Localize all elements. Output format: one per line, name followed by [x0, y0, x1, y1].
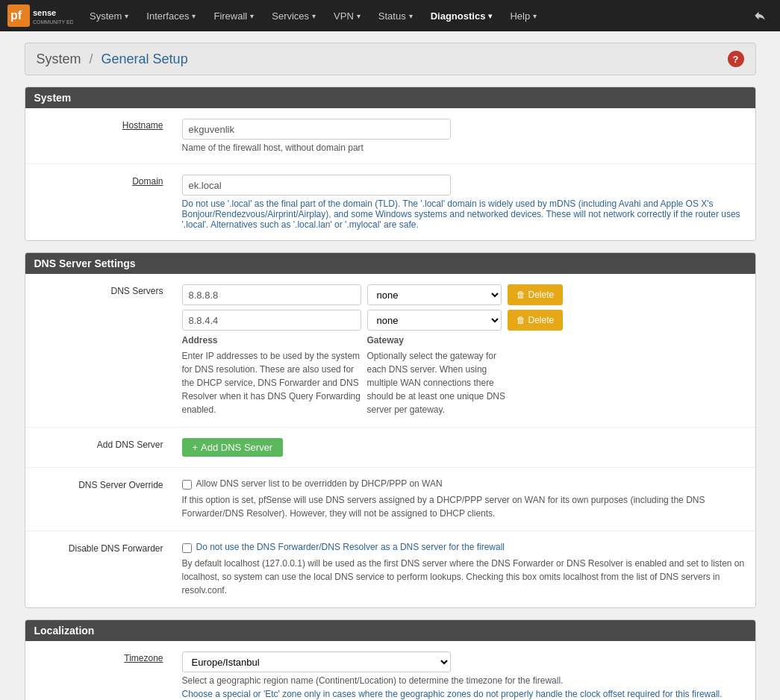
- timezone-help1: Select a geographic region name (Contine…: [182, 675, 748, 686]
- dns2-gateway-select[interactable]: none: [367, 310, 502, 331]
- timezone-content: Europe/Istanbul Select a geographic regi…: [175, 649, 755, 700]
- disable-dns-row: Disable DNS Forwarder Do not use the DNS…: [25, 531, 755, 607]
- timezone-row: Timezone Europe/Istanbul Select a geogra…: [25, 641, 755, 700]
- breadcrumb-page: General Setup: [102, 51, 188, 66]
- gateway-help: Optionally select the gateway for each D…: [367, 349, 509, 416]
- hostname-content: Name of the firewall host, without domai…: [175, 116, 755, 156]
- disable-dns-checkbox-label: Do not use the DNS Forwarder/DNS Resolve…: [196, 542, 505, 552]
- page-content: System / General Setup ? System Hostname…: [17, 43, 764, 700]
- domain-label-col: Domain: [25, 172, 175, 233]
- disable-dns-label: Disable DNS Forwarder: [69, 543, 163, 554]
- chevron-down-icon: ▾: [250, 12, 254, 20]
- domain-row: Domain Do not use '.local' as the final …: [25, 164, 755, 240]
- system-section-header: System: [25, 87, 755, 108]
- chevron-down-icon: ▾: [533, 12, 537, 20]
- plus-icon: +: [193, 442, 199, 453]
- timezone-label[interactable]: Timezone: [124, 653, 163, 663]
- trash-icon: 🗑: [517, 315, 525, 325]
- dns-override-checkbox-row: Allow DNS server list to be overridden b…: [182, 478, 748, 490]
- chevron-down-icon: ▾: [192, 12, 196, 20]
- hostname-row: Hostname Name of the firewall host, with…: [25, 108, 755, 164]
- add-dns-content: + Add DNS Server: [175, 435, 755, 460]
- domain-content: Do not use '.local' as the final part of…: [175, 172, 755, 233]
- nav-diagnostics[interactable]: Diagnostics ▾: [422, 0, 502, 31]
- dns-override-checkbox[interactable]: [182, 480, 192, 490]
- gateway-col-header: Gateway: [367, 335, 509, 346]
- breadcrumb-separator: /: [90, 51, 93, 66]
- svg-text:sense: sense: [33, 8, 56, 17]
- dns1-address-input[interactable]: [182, 284, 361, 305]
- nav-help[interactable]: Help ▾: [501, 0, 546, 31]
- address-help: Enter IP addresses to be used by the sys…: [182, 349, 361, 416]
- dns-override-content: Allow DNS server list to be overridden b…: [175, 475, 755, 523]
- hostname-label-col: Hostname: [25, 116, 175, 156]
- help-icon[interactable]: ?: [728, 51, 744, 67]
- domain-help: Do not use '.local' as the final part of…: [182, 199, 748, 230]
- breadcrumb: System / General Setup ?: [25, 43, 756, 75]
- chevron-down-icon: ▾: [125, 12, 128, 20]
- disable-dns-content: Do not use the DNS Forwarder/DNS Resolve…: [175, 539, 755, 600]
- dns-section-header: DNS Server Settings: [25, 253, 755, 274]
- logout-button[interactable]: [746, 0, 774, 31]
- disable-dns-help: By default localhost (127.0.0.1) will be…: [182, 557, 748, 597]
- dns-servers-content: none 🗑 Delete none 🗑 Delete: [175, 281, 755, 419]
- nav-system[interactable]: System ▾: [81, 0, 137, 31]
- timezone-label-col: Timezone: [25, 649, 175, 700]
- disable-dns-checkbox-row: Do not use the DNS Forwarder/DNS Resolve…: [182, 542, 748, 553]
- chevron-down-icon: ▾: [312, 12, 316, 20]
- trash-icon: 🗑: [517, 290, 525, 300]
- dns-entry-2: none 🗑 Delete: [182, 310, 748, 331]
- nav-vpn[interactable]: VPN ▾: [325, 0, 369, 31]
- dns-servers-label-col: DNS Servers: [25, 281, 175, 419]
- domain-label[interactable]: Domain: [132, 176, 163, 187]
- timezone-select[interactable]: Europe/Istanbul: [182, 651, 451, 672]
- nav-items: System ▾ Interfaces ▾ Firewall ▾ Service…: [81, 0, 746, 31]
- navbar: pf sense COMMUNITY EDITION System ▾ Inte…: [0, 0, 780, 31]
- add-dns-label: Add DNS Server: [97, 440, 163, 450]
- breadcrumb-title: System / General Setup: [37, 51, 188, 67]
- nav-status[interactable]: Status ▾: [369, 0, 422, 31]
- hostname-help: Name of the firewall host, without domai…: [182, 143, 748, 153]
- dns-override-checkbox-label: Allow DNS server list to be overridden b…: [196, 478, 443, 489]
- disable-dns-checkbox[interactable]: [182, 543, 192, 553]
- dns-section: DNS Server Settings DNS Servers none 🗑 D…: [25, 252, 756, 608]
- dns2-delete-button[interactable]: 🗑 Delete: [508, 310, 564, 331]
- dns1-gateway-select[interactable]: none: [367, 284, 502, 305]
- domain-input[interactable]: [182, 175, 451, 196]
- dns1-delete-button[interactable]: 🗑 Delete: [508, 284, 564, 305]
- dns-override-help: If this option is set, pfSense will use …: [182, 493, 748, 520]
- disable-dns-label-col: Disable DNS Forwarder: [25, 539, 175, 600]
- address-col-header: Address: [182, 335, 361, 346]
- brand-logo[interactable]: pf sense COMMUNITY EDITION: [6, 2, 73, 29]
- dns-override-label-col: DNS Server Override: [25, 475, 175, 523]
- localization-section-header: Localization: [25, 620, 755, 641]
- add-dns-label-col: Add DNS Server: [25, 435, 175, 460]
- dns-servers-row: DNS Servers none 🗑 Delete: [25, 274, 755, 428]
- dns-servers-label: DNS Servers: [110, 286, 163, 296]
- breadcrumb-system: System: [37, 51, 81, 66]
- dns-entry-1: none 🗑 Delete: [182, 284, 748, 305]
- dns-override-row: DNS Server Override Allow DNS server lis…: [25, 468, 755, 531]
- timezone-help2: Choose a special or 'Etc' zone only in c…: [182, 689, 748, 699]
- dns-override-label: DNS Server Override: [78, 480, 163, 490]
- svg-text:pf: pf: [10, 9, 22, 22]
- system-section: System Hostname Name of the firewall hos…: [25, 87, 756, 241]
- nav-firewall[interactable]: Firewall ▾: [205, 0, 263, 31]
- add-dns-button[interactable]: + Add DNS Server: [182, 438, 284, 457]
- nav-services[interactable]: Services ▾: [263, 0, 325, 31]
- svg-text:COMMUNITY EDITION: COMMUNITY EDITION: [33, 19, 73, 25]
- chevron-down-icon: ▾: [488, 12, 492, 20]
- add-dns-row: Add DNS Server + Add DNS Server: [25, 428, 755, 468]
- dns2-address-input[interactable]: [182, 310, 361, 331]
- hostname-input[interactable]: [182, 119, 451, 140]
- hostname-label[interactable]: Hostname: [122, 120, 163, 131]
- chevron-down-icon: ▾: [357, 12, 361, 20]
- localization-section: Localization Timezone Europe/Istanbul Se…: [25, 619, 756, 700]
- chevron-down-icon: ▾: [409, 12, 413, 20]
- nav-interfaces[interactable]: Interfaces ▾: [137, 0, 205, 31]
